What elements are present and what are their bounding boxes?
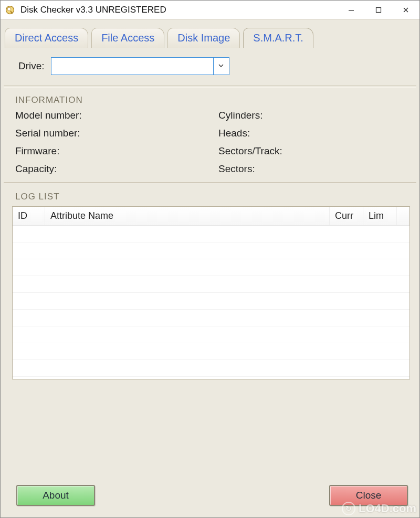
tab-label: File Access [101, 32, 154, 44]
info-sectors: Sectors: [218, 163, 408, 175]
close-button[interactable]: Close [329, 485, 408, 506]
col-spacer [397, 207, 410, 225]
about-button[interactable]: About [16, 485, 95, 506]
button-label: About [43, 490, 69, 501]
tab-label: Direct Access [15, 32, 78, 44]
info-label: Cylinders: [218, 110, 262, 121]
info-label: Heads: [218, 128, 250, 139]
button-row: About Close [1, 475, 419, 517]
table-row [13, 343, 410, 360]
table-row [13, 226, 410, 242]
app-icon [4, 4, 16, 16]
drive-input[interactable] [51, 58, 213, 75]
info-model-number: Model number: [15, 110, 205, 121]
info-firmware: Firmware: [15, 145, 205, 157]
table-row [13, 276, 410, 293]
information-grid: Model number: Cylinders: Serial number: … [1, 110, 419, 181]
info-sectors-track: Sectors/Track: [218, 145, 408, 157]
drive-dropdown-button[interactable] [213, 58, 229, 75]
divider [4, 184, 416, 184]
client-area: Direct Access File Access Disk Image S.M… [1, 19, 419, 517]
table-row [13, 242, 410, 259]
svg-point-1 [7, 7, 11, 11]
info-label: Sectors: [218, 163, 255, 175]
drive-row: Drive: [1, 48, 419, 84]
col-lim[interactable]: Lim [363, 207, 397, 225]
table-row [13, 360, 410, 377]
col-id[interactable]: ID [13, 207, 45, 225]
table-row [13, 293, 410, 310]
maximize-button[interactable] [365, 1, 392, 19]
app-window: Disk Checker v3.3 UNREGISTERED Direct Ac… [0, 0, 420, 518]
loglist-body[interactable] [13, 226, 410, 379]
tab-direct-access[interactable]: Direct Access [5, 28, 88, 48]
col-curr[interactable]: Curr [330, 207, 363, 225]
info-cylinders: Cylinders: [218, 110, 408, 121]
info-heads: Heads: [218, 128, 408, 139]
window-title: Disk Checker v3.3 UNREGISTERED [20, 5, 338, 15]
divider [4, 182, 416, 183]
info-serial-number: Serial number: [15, 128, 205, 139]
info-label: Model number: [15, 110, 82, 121]
info-capacity: Capacity: [15, 163, 205, 175]
svg-rect-3 [349, 10, 354, 10]
tab-disk-image[interactable]: Disk Image [167, 28, 240, 48]
drive-label: Drive: [18, 60, 45, 72]
info-label: Serial number: [15, 128, 80, 139]
tab-label: S.M.A.R.T. [253, 32, 303, 44]
tab-smart[interactable]: S.M.A.R.T. [243, 28, 313, 48]
button-label: Close [356, 490, 382, 501]
tabstrip: Direct Access File Access Disk Image S.M… [1, 25, 419, 48]
table-row [13, 326, 410, 343]
information-heading: INFORMATION [1, 91, 419, 110]
tab-label: Disk Image [177, 32, 230, 44]
close-window-button[interactable] [392, 1, 419, 19]
titlebar: Disk Checker v3.3 UNREGISTERED [1, 1, 419, 19]
window-controls [338, 1, 419, 19]
info-label: Sectors/Track: [218, 145, 282, 157]
table-row [13, 259, 410, 276]
table-row [13, 310, 410, 326]
loglist-header: ID Attribute Name Curr Lim [13, 207, 410, 226]
loglist-table[interactable]: ID Attribute Name Curr Lim [12, 206, 410, 379]
info-label: Capacity: [15, 163, 57, 175]
divider [4, 86, 416, 86]
info-label: Firmware: [15, 145, 59, 157]
svg-rect-4 [376, 7, 381, 12]
divider [4, 87, 416, 88]
col-attribute-name[interactable]: Attribute Name [45, 207, 330, 225]
chevron-down-icon [218, 61, 224, 71]
minimize-button[interactable] [338, 1, 365, 19]
tab-file-access[interactable]: File Access [91, 28, 164, 48]
drive-combobox[interactable] [51, 57, 229, 75]
loglist-heading: LOG LIST [1, 187, 419, 206]
loglist-container: ID Attribute Name Curr Lim [1, 206, 419, 379]
